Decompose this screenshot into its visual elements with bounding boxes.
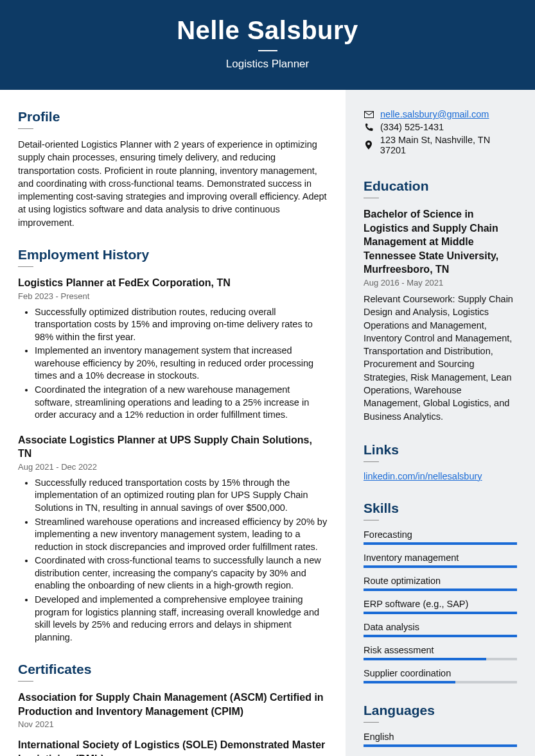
- contact-email-row: nelle.salsbury@gmail.com: [364, 109, 517, 119]
- progress-bar-fill: [364, 658, 486, 660]
- job-bullets: Successfully optimized distribution rout…: [18, 306, 328, 422]
- skill-name: Forecasting: [364, 529, 517, 540]
- progress-bar: [364, 565, 517, 568]
- certificates-heading: Certificates: [18, 662, 328, 677]
- progress-bar: [364, 612, 517, 614]
- job-date: Aug 2021 - Dec 2022: [18, 462, 328, 472]
- links-heading: Links: [364, 442, 517, 458]
- job-title: Logistics Planner at FedEx Corporation, …: [18, 276, 328, 290]
- language-name: English: [364, 732, 517, 742]
- header: Nelle Salsbury Logistics Planner: [0, 0, 535, 90]
- link-anchor[interactable]: linkedin.com/in/nellesalsbury: [364, 471, 482, 481]
- contact-phone-row: (334) 525-1431: [364, 122, 517, 132]
- certificate-title: International Society of Logistics (SOLE…: [18, 738, 328, 756]
- phone-icon: [364, 123, 374, 132]
- skill-name: Inventory management: [364, 553, 517, 563]
- profile-text: Detail-oriented Logistics Planner with 2…: [18, 138, 328, 229]
- section-rule: [18, 266, 33, 267]
- progress-bar: [364, 681, 517, 683]
- progress-bar-fill: [364, 635, 517, 637]
- job-entry: Associate Logistics Planner at UPS Suppl…: [18, 433, 328, 644]
- job-bullets: Successfully reduced transportation cost…: [18, 477, 328, 644]
- body: Profile Detail-oriented Logistics Planne…: [0, 90, 535, 756]
- certificate-entry: International Society of Logistics (SOLE…: [18, 738, 328, 756]
- skill-item: Supplier coordination: [364, 668, 517, 683]
- progress-bar-fill: [364, 588, 517, 591]
- progress-bar: [364, 588, 517, 591]
- skill-item: Data analysis: [364, 622, 517, 637]
- links-section: Links linkedin.com/in/nellesalsbury: [364, 442, 517, 481]
- job-date: Feb 2023 - Present: [18, 291, 328, 301]
- section-rule: [364, 520, 379, 520]
- progress-bar-fill: [364, 612, 517, 614]
- profile-section: Profile Detail-oriented Logistics Planne…: [18, 109, 328, 229]
- person-role: Logistics Planner: [13, 58, 522, 71]
- section-rule: [18, 128, 33, 129]
- job-entry: Logistics Planner at FedEx Corporation, …: [18, 276, 328, 422]
- section-rule: [364, 461, 379, 462]
- languages-heading: Languages: [364, 703, 517, 718]
- skill-item: Risk assessment: [364, 645, 517, 660]
- progress-bar-fill: [364, 542, 517, 545]
- skill-name: Route optimization: [364, 576, 517, 586]
- section-rule: [364, 722, 379, 723]
- job-bullet: Implemented an inventory management syst…: [35, 345, 328, 382]
- certificate-entry: Association for Supply Chain Management …: [18, 691, 328, 729]
- progress-bar: [364, 658, 517, 660]
- section-rule: [364, 198, 379, 198]
- education-date: Aug 2016 - May 2021: [364, 278, 517, 288]
- skill-item: ERP software (e.g., SAP): [364, 599, 517, 614]
- location-icon: [364, 141, 374, 150]
- skill-name: Data analysis: [364, 622, 517, 632]
- contact-address: 123 Main St, Nashville, TN 37201: [380, 135, 517, 155]
- job-bullet: Successfully reduced transportation cost…: [35, 477, 328, 515]
- email-icon: [364, 111, 374, 118]
- language-item: English: [364, 732, 517, 747]
- employment-heading: Employment History: [18, 247, 328, 262]
- job-title: Associate Logistics Planner at UPS Suppl…: [18, 433, 328, 461]
- skill-name: Supplier coordination: [364, 668, 517, 678]
- link-item: linkedin.com/in/nellesalsbury: [364, 471, 517, 481]
- job-bullet: Coordinated the integration of a new war…: [35, 384, 328, 422]
- contact-phone: (334) 525-1431: [380, 122, 444, 132]
- skill-item: Inventory management: [364, 553, 517, 568]
- employment-section: Employment History Logistics Planner at …: [18, 247, 328, 644]
- skill-name: ERP software (e.g., SAP): [364, 599, 517, 609]
- job-bullet: Developed and implemented a comprehensiv…: [35, 594, 328, 644]
- certificate-title: Association for Supply Chain Management …: [18, 691, 328, 718]
- contact-email-link[interactable]: nelle.salsbury@gmail.com: [380, 109, 489, 119]
- job-bullet: Streamlined warehouse operations and inc…: [35, 516, 328, 554]
- skill-name: Risk assessment: [364, 645, 517, 655]
- skills-heading: Skills: [364, 501, 517, 516]
- education-heading: Education: [364, 178, 517, 194]
- header-divider: [258, 50, 277, 51]
- progress-bar-fill: [364, 565, 517, 568]
- progress-bar: [364, 542, 517, 545]
- skills-section: Skills ForecastingInventory managementRo…: [364, 501, 517, 683]
- progress-bar: [364, 635, 517, 637]
- job-bullet: Successfully optimized distribution rout…: [35, 306, 328, 344]
- education-title: Bachelor of Science in Logistics and Sup…: [364, 207, 517, 277]
- certificates-section: Certificates Association for Supply Chai…: [18, 662, 328, 756]
- main-column: Profile Detail-oriented Logistics Planne…: [0, 90, 346, 756]
- certificate-date: Nov 2021: [18, 719, 328, 729]
- contact-section: nelle.salsbury@gmail.com (334) 525-1431 …: [364, 109, 517, 155]
- profile-heading: Profile: [18, 109, 328, 125]
- skill-item: Forecasting: [364, 529, 517, 545]
- progress-bar-fill: [364, 744, 517, 747]
- job-bullet: Coordinated with cross-functional teams …: [35, 554, 328, 592]
- education-section: Education Bachelor of Science in Logisti…: [364, 178, 517, 423]
- skill-item: Route optimization: [364, 576, 517, 591]
- sidebar-column: nelle.salsbury@gmail.com (334) 525-1431 …: [346, 90, 535, 756]
- languages-section: Languages EnglishPortuguese: [364, 703, 517, 756]
- progress-bar-fill: [364, 681, 455, 683]
- education-desc: Relevant Coursework: Supply Chain Design…: [364, 293, 517, 423]
- section-rule: [18, 681, 33, 682]
- contact-address-row: 123 Main St, Nashville, TN 37201: [364, 135, 517, 155]
- progress-bar: [364, 744, 517, 747]
- person-name: Nelle Salsbury: [13, 16, 522, 45]
